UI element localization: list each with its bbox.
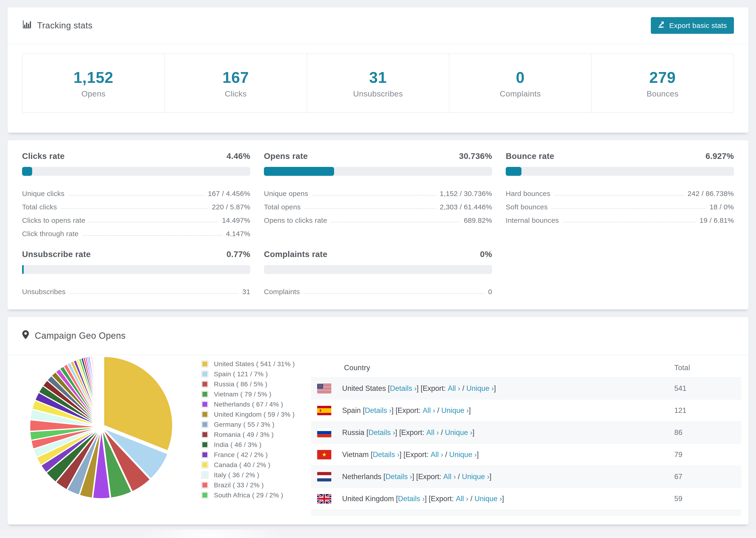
rate-row-label: Total clicks: [22, 203, 57, 211]
details-link[interactable]: Details ›: [373, 451, 400, 459]
rate-title-row: Bounce rate6.927%: [506, 151, 734, 161]
legend-label: Canada ( 40 / 2% ): [214, 461, 270, 469]
dotted-leader: [68, 195, 204, 195]
flag-vn-icon: [317, 450, 331, 459]
rate-row: Total opens2,303 / 61.446%: [264, 198, 492, 211]
legend-label: India ( 46 / 3% ): [214, 441, 261, 449]
rate-panel-opens-rate: Opens rate30.736%Unique opens1,152 / 30.…: [264, 151, 492, 238]
rate-row-value: 0: [488, 288, 492, 296]
rate-title-row: Opens rate30.736%: [264, 151, 492, 161]
legend-label: Vietnam ( 79 / 5% ): [214, 391, 271, 398]
legend-swatch-color: [202, 402, 207, 407]
legend-item-brazil: Brazil ( 33 / 2% ): [201, 480, 295, 490]
legend-swatch: [201, 461, 208, 468]
export-unique-link[interactable]: Unique ›: [445, 428, 472, 437]
bracket: ]: [489, 472, 491, 481]
geo-pie-svg: [29, 355, 173, 499]
export-label: Export:: [423, 384, 448, 393]
legend-label: Spain ( 121 / 7% ): [214, 370, 268, 378]
rate-title-row: Clicks rate4.46%: [22, 151, 250, 161]
details-link[interactable]: Details ›: [390, 384, 417, 393]
rate-row-label: Click through rate: [22, 230, 79, 238]
legend-item-india: India ( 46 / 3% ): [201, 440, 295, 450]
details-link[interactable]: Details ›: [398, 495, 425, 503]
details-link[interactable]: Details ›: [386, 472, 412, 481]
export-unique-link[interactable]: Unique ›: [474, 495, 502, 503]
legend-label: Germany ( 55 / 3% ): [214, 421, 274, 428]
rate-row-label: Opens to clicks rate: [264, 216, 327, 224]
geo-table-row-us: United States [Details ›] [Export: All ›…: [311, 377, 741, 399]
summary-stat-value: 31: [307, 69, 449, 86]
bracket: ] [: [425, 495, 431, 503]
rate-row-label: Unique clicks: [22, 190, 65, 198]
dotted-leader: [303, 293, 484, 294]
dotted-leader: [61, 208, 208, 209]
export-button-label: Export basic stats: [669, 22, 727, 29]
legend-item-spain: Spain ( 121 / 7% ): [201, 369, 295, 379]
legend-item-united-kingdom: United Kingdom ( 59 / 3% ): [201, 409, 295, 419]
legend-label: Netherlands ( 67 / 4% ): [214, 401, 283, 408]
summary-stat-value: 279: [592, 69, 733, 86]
geo-opens-header: Campaign Geo Opens: [8, 317, 748, 355]
legend-swatch: [201, 421, 208, 428]
rate-title: Complaints rate: [264, 249, 328, 259]
rate-row-value: 19 / 6.81%: [700, 216, 734, 224]
geo-table-header-country: Country: [311, 364, 674, 372]
dotted-leader: [82, 235, 222, 236]
dotted-leader: [552, 208, 706, 209]
summary-stat-unsubscribes: 31Unsubscribes: [307, 54, 449, 112]
rate-panel-complaints-rate: Complaints rate0%Complaints0: [264, 249, 492, 296]
rate-progress-bar: [22, 167, 250, 176]
details-link[interactable]: Details ›: [368, 428, 395, 437]
rate-panel-clicks-rate: Clicks rate4.46%Unique clicks167 / 4.456…: [22, 151, 250, 238]
bracket: [: [388, 384, 390, 393]
export-all-link[interactable]: All ›: [426, 428, 439, 437]
rate-row: Hard bounces242 / 86.738%: [506, 184, 734, 198]
rate-row: Total clicks220 / 5.87%: [22, 198, 250, 211]
geo-table-row-es: Spain [Details ›] [Export: All › / Uniqu…: [311, 399, 741, 421]
export-all-link[interactable]: All ›: [448, 384, 460, 393]
bar-chart-icon: [22, 20, 31, 31]
export-unique-link[interactable]: Unique ›: [462, 472, 489, 481]
slash: /: [443, 451, 449, 459]
geo-table-row-ru: Russia [Details ›] [Export: All › / Uniq…: [311, 421, 741, 443]
rates-card: Clicks rate4.46%Unique clicks167 / 4.456…: [7, 140, 749, 310]
rate-row-label: Complaints: [264, 288, 300, 296]
legend-swatch-color: [202, 483, 207, 488]
export-unique-link[interactable]: Unique ›: [466, 384, 494, 393]
export-all-link[interactable]: All ›: [423, 406, 435, 415]
details-link[interactable]: Details ›: [365, 406, 392, 415]
rate-row-value: 167 / 4.456%: [208, 190, 250, 198]
export-unique-link[interactable]: Unique ›: [449, 451, 477, 459]
country-name: Russia: [342, 428, 366, 437]
export-all-link[interactable]: All ›: [456, 495, 468, 503]
legend-swatch-color: [202, 412, 207, 417]
tracking-stats-title-text: Tracking stats: [37, 21, 92, 30]
rate-row: Unique clicks167 / 4.456%: [22, 184, 250, 198]
geo-opens-card: Campaign Geo Opens United States ( 541 /…: [7, 317, 749, 525]
summary-stat-value: 1,152: [23, 69, 164, 86]
export-unique-link[interactable]: Unique ›: [441, 406, 469, 415]
summary-stat-label: Unsubscribes: [307, 89, 449, 98]
rate-row-value: 242 / 86.738%: [688, 190, 734, 198]
export-all-link[interactable]: All ›: [443, 472, 456, 481]
export-all-link[interactable]: All ›: [431, 451, 443, 459]
geo-pie-chart: [29, 355, 173, 500]
rate-progress-bar: [22, 265, 250, 274]
country-name: Vietnam: [342, 451, 371, 459]
geo-table-country-cell: Netherlands [Details ›] [Export: All › /…: [311, 472, 674, 481]
country-name: Spain: [342, 406, 363, 415]
rate-rows: Complaints0: [264, 282, 492, 296]
rate-row: Unique opens1,152 / 30.736%: [264, 184, 492, 198]
rate-row-value: 689.82%: [464, 216, 492, 224]
rate-panel-unsubscribe-rate: Unsubscribe rate0.77%Unsubscribes31: [22, 249, 250, 296]
export-basic-stats-button[interactable]: Export basic stats: [651, 17, 734, 34]
rate-title-row: Unsubscribe rate0.77%: [22, 249, 250, 259]
bracket: ] [: [392, 406, 398, 415]
geo-table-total-cell: 541: [674, 384, 741, 393]
rate-row-value: 31: [242, 288, 250, 296]
geo-table-country-cell: United Kingdom [Details ›] [Export: All …: [311, 494, 674, 504]
bracket: ] [: [395, 428, 401, 437]
summary-stat-bounces: 279Bounces: [591, 54, 733, 112]
country-name: United Kingdom: [342, 495, 396, 503]
